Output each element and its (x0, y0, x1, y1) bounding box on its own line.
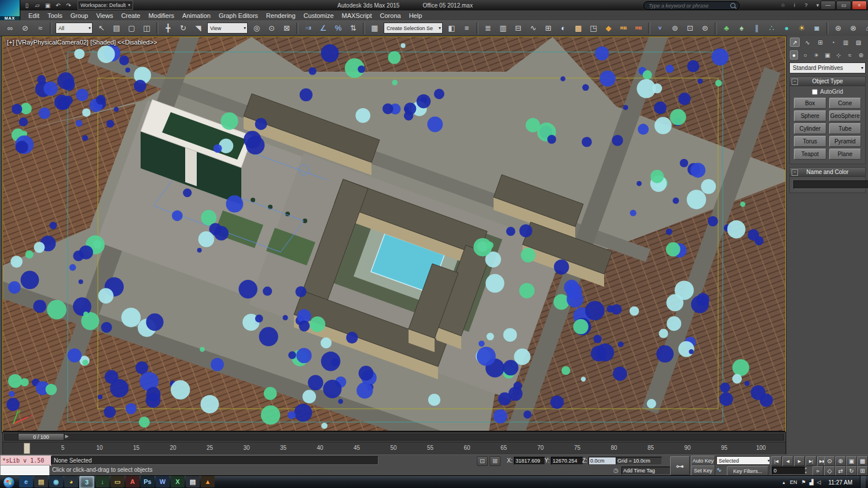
frame-tick-25[interactable]: 25 (207, 445, 213, 451)
spacewarps-category[interactable]: ≈ (845, 50, 854, 60)
frame-tick-65[interactable]: 65 (501, 445, 507, 451)
time-slider-handle[interactable]: 0 / 100 (18, 433, 64, 441)
frame-tick-45[interactable]: 45 (354, 445, 360, 451)
search-icon[interactable] (730, 3, 735, 8)
set-keys-button[interactable]: ⊶ (670, 456, 690, 475)
create-tab[interactable]: ↗ (790, 38, 800, 47)
taskbar-3dsmax[interactable]: 3 (79, 476, 94, 488)
menu-help[interactable]: Help (405, 12, 426, 20)
open-file-icon[interactable]: ▱ (32, 1, 42, 10)
pan-icon[interactable]: ⇄ (835, 466, 846, 476)
measure-tool-icon[interactable]: ⌂ (861, 21, 868, 35)
taskbar-notepad[interactable]: ▤ (186, 476, 200, 487)
next-frame-button[interactable]: ▶| (806, 456, 816, 466)
render-setup-icon[interactable]: ▩ (571, 21, 586, 35)
vray-frame-buffer-icon[interactable]: V (653, 21, 667, 35)
frame-tick-35[interactable]: 35 (280, 445, 286, 451)
frame-tick-40[interactable]: 40 (317, 445, 323, 451)
add-time-tag[interactable]: Add Time Tag (621, 467, 671, 475)
network-icon[interactable]: ▟ (810, 479, 814, 485)
sphere-button[interactable]: Sphere (794, 110, 826, 121)
hierarchy-tab[interactable]: ⊞ (815, 38, 825, 47)
frame-tick-20[interactable]: 20 (170, 445, 176, 451)
next-frame-arrow[interactable]: ▶ (64, 434, 69, 439)
mirror-icon[interactable]: ◧ (444, 21, 459, 35)
autogrid-checkbox[interactable] (812, 89, 818, 95)
redo-icon[interactable]: ↷ (64, 1, 73, 10)
y-coordinate-field[interactable] (551, 457, 583, 465)
schematic-view-icon[interactable]: ⊞ (541, 21, 556, 35)
spinner-snap-icon[interactable]: ⇅ (346, 21, 361, 35)
multiscatter-icon[interactable]: ∴ (764, 21, 779, 35)
shapes-category[interactable]: ○ (801, 50, 809, 60)
geometry-category[interactable]: ● (790, 50, 798, 60)
taskbar-chrome[interactable]: ◕ (64, 476, 78, 487)
volume-icon[interactable]: ◁ (817, 479, 821, 485)
undo-icon[interactable]: ↶ (53, 1, 63, 10)
taskbar-ie[interactable]: e (19, 476, 33, 487)
menu-edit[interactable]: Edit (24, 12, 43, 20)
camera-tools-icon[interactable]: ◙ (810, 21, 824, 35)
frame-tick-80[interactable]: 80 (610, 445, 617, 451)
frame-tick-70[interactable]: 70 (537, 445, 543, 451)
cameras-category[interactable]: ▣ (823, 50, 832, 60)
selection-lock-icon[interactable]: ⊞ (490, 456, 501, 466)
menu-views[interactable]: Views (92, 12, 117, 20)
frame-tick-30[interactable]: 30 (243, 445, 249, 451)
select-and-rotate-icon[interactable]: ↻ (176, 21, 190, 35)
minimize-button[interactable]: — (821, 1, 836, 10)
current-frame-field[interactable] (772, 467, 806, 475)
maximize-viewport-icon[interactable]: ⊞ (857, 466, 868, 476)
frame-tick-85[interactable]: 85 (648, 445, 654, 451)
pyramid-button[interactable]: Pyramid (829, 136, 862, 147)
key-mode-toggle[interactable]: ⊳ (812, 466, 823, 476)
relink-bitmaps-icon[interactable]: ⊗ (846, 21, 860, 35)
forest-pack-icon[interactable]: ♣ (719, 21, 734, 35)
motion-tab[interactable]: ◔ (828, 38, 838, 47)
collapse-icon[interactable]: − (792, 169, 798, 176)
application-menu-button[interactable]: MAX (0, 0, 20, 20)
percent-snap-icon[interactable]: % (331, 21, 345, 35)
frame-tick-100[interactable]: 100 (756, 445, 766, 451)
menu-modifiers[interactable]: Modifiers (144, 12, 178, 20)
auto-key-button[interactable]: Auto Key (691, 456, 715, 466)
zoom-icon[interactable]: ⊙ (824, 456, 835, 466)
orbit-icon[interactable]: ↻ (846, 466, 857, 476)
x-coordinate-field[interactable] (514, 457, 545, 465)
rendered-frame-window-icon[interactable]: ◳ (586, 21, 601, 35)
menu-group[interactable]: Group (67, 12, 93, 20)
taskbar-media-player[interactable]: ◉ (49, 476, 63, 487)
named-selection-set-dropdown[interactable]: Create Selection Se▾ (384, 23, 443, 34)
window-crossing-icon[interactable]: ◫ (139, 21, 154, 35)
fov-icon[interactable]: ◇ (824, 466, 835, 476)
systems-category[interactable]: ⊛ (857, 50, 865, 60)
frame-tick-60[interactable]: 60 (464, 445, 470, 451)
render-production-icon[interactable]: ◆ (601, 21, 616, 35)
menu-customize[interactable]: Customize (300, 12, 338, 20)
language-indicator[interactable]: EN (790, 479, 797, 485)
frame-tick-55[interactable]: 55 (427, 445, 433, 451)
zoom-extents-all-icon[interactable]: ▩ (857, 456, 868, 466)
scene-explorer-icon[interactable]: ⊟ (511, 21, 525, 35)
rb-button-2[interactable]: RB (631, 21, 646, 35)
frame-tick-75[interactable]: 75 (574, 445, 580, 451)
frame-tick-90[interactable]: 90 (684, 445, 690, 451)
select-and-manipulate-icon[interactable]: ⊙ (264, 21, 279, 35)
viewport[interactable]: [+] [VRayPhysicalCamera02] [Shaded] <<Di… (2, 36, 786, 432)
select-and-move-icon[interactable]: ╋ (161, 21, 175, 35)
search-input[interactable] (648, 2, 728, 9)
cone-button[interactable]: Cone (829, 98, 862, 109)
menu-rendering[interactable]: Rendering (262, 12, 300, 20)
selection-set-keying-dropdown[interactable]: Selected ▾ (716, 456, 772, 465)
frame-tick-5[interactable]: 5 (61, 445, 65, 451)
subcategory-dropdown[interactable]: Standard Primitives ▾ (789, 62, 866, 73)
time-slider-track[interactable] (4, 434, 784, 441)
time-slider[interactable]: 0 / 100 ▶ (2, 432, 786, 442)
previous-frame-button[interactable]: ◀ (782, 456, 793, 466)
menu-tools[interactable]: Tools (43, 12, 67, 20)
set-key-button[interactable]: Set Key (691, 465, 715, 476)
zoom-all-icon[interactable]: ⊕ (835, 456, 846, 466)
taskbar-download-manager[interactable]: ↓ (95, 476, 109, 487)
select-and-link-icon[interactable]: ∞ (3, 21, 17, 35)
frame-tick-95[interactable]: 95 (721, 445, 727, 451)
